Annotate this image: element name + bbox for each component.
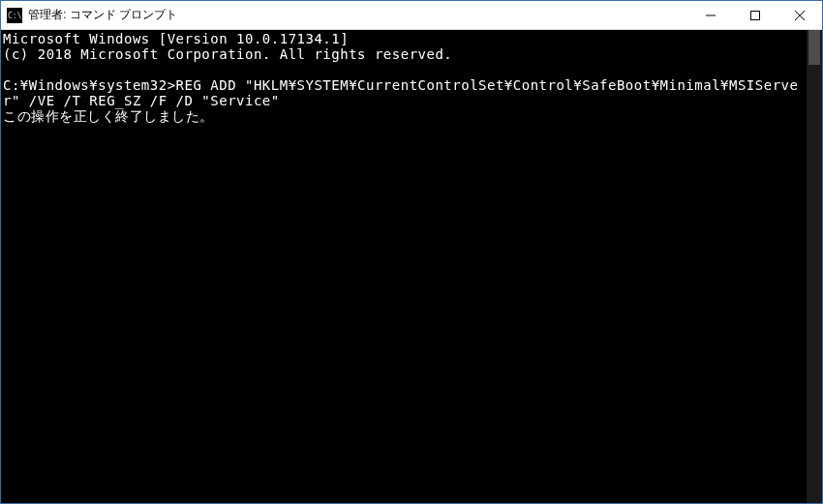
close-button[interactable] [777, 1, 822, 29]
minimize-button[interactable] [688, 1, 733, 29]
console-area[interactable]: Microsoft Windows [Version 10.0.17134.1]… [1, 30, 822, 503]
titlebar[interactable]: C:\ 管理者: コマンド プロンプト [1, 1, 822, 30]
app-icon: C:\ [7, 8, 22, 23]
vertical-scrollbar[interactable] [807, 30, 822, 503]
svg-rect-3 [751, 11, 760, 19]
scrollbar-thumb[interactable] [808, 30, 820, 65]
console-line: C:¥Windows¥system32>REG ADD "HKLM¥SYSTEM… [3, 77, 798, 108]
maximize-button[interactable] [733, 1, 777, 29]
svg-text:C:\: C:\ [8, 12, 22, 20]
console-line: (c) 2018 Microsoft Corporation. All righ… [3, 46, 452, 62]
console-line: Microsoft Windows [Version 10.0.17134.1] [3, 31, 349, 46]
window-controls [688, 1, 822, 29]
window-title: 管理者: コマンド プロンプト [28, 7, 688, 23]
command-prompt-window: C:\ 管理者: コマンド プロンプト Microsoft Windows [V… [0, 0, 823, 504]
console-line: この操作を正しく終了しました。 [3, 108, 214, 124]
console-output[interactable]: Microsoft Windows [Version 10.0.17134.1]… [1, 30, 807, 503]
